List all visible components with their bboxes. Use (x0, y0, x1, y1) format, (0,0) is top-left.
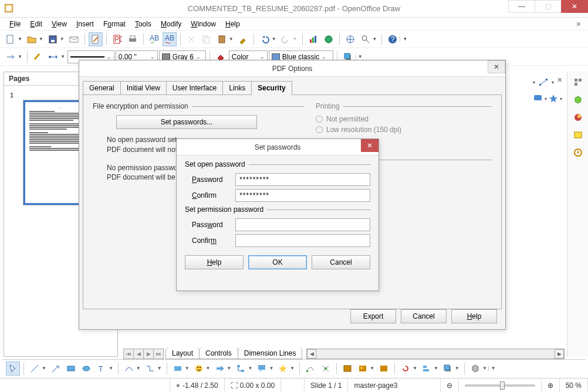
connector-tool-icon[interactable] (143, 361, 157, 376)
panel-dd-1b[interactable]: ▾ (552, 80, 554, 85)
fontwork-icon[interactable] (340, 361, 354, 376)
ellipse-tool-icon[interactable] (79, 361, 93, 376)
line-style-icon[interactable] (31, 50, 45, 64)
horizontal-scrollbar[interactable]: ◀▶ (306, 349, 565, 359)
tab-nav-prev[interactable]: ◀ (133, 349, 144, 359)
save-dropdown[interactable]: ▼ (60, 36, 66, 42)
zoom-dropdown[interactable]: ▼ (373, 36, 379, 42)
align-icon[interactable] (420, 361, 434, 376)
rotate-icon[interactable] (398, 361, 413, 376)
ex-dd[interactable]: ▼ (482, 366, 488, 371)
undo-icon[interactable] (258, 32, 272, 46)
cut-icon[interactable] (184, 32, 198, 46)
copy-icon[interactable] (200, 32, 214, 46)
tab-nav-last[interactable]: ⏭ (153, 349, 164, 359)
set-passwords-close-icon[interactable]: ✕ (361, 139, 379, 152)
open-password-input[interactable] (235, 173, 370, 186)
menu-tools[interactable]: Tools (130, 19, 156, 29)
tab-links[interactable]: Links (222, 81, 252, 95)
ff-dd[interactable]: ▼ (370, 366, 376, 371)
zoom-value[interactable]: 50 % (560, 379, 588, 392)
fc-dd[interactable]: ▼ (248, 366, 254, 371)
edit-file-icon[interactable] (89, 32, 103, 46)
connector-dd[interactable]: ▼ (157, 366, 163, 371)
tab-user-interface[interactable]: User Interface (166, 81, 223, 95)
redo-dropdown[interactable]: ▼ (293, 36, 299, 42)
print-icon[interactable] (126, 32, 140, 46)
navigator-icon[interactable] (343, 32, 357, 46)
zoom-slider[interactable] (459, 379, 542, 392)
open-confirm-input[interactable] (235, 189, 370, 202)
points-edit-icon[interactable] (303, 361, 317, 376)
symbol-shapes-icon[interactable] (192, 361, 206, 376)
new-dropdown[interactable]: ▼ (18, 36, 23, 42)
line-tool-icon[interactable] (28, 361, 42, 376)
menu-view[interactable]: View (47, 19, 72, 29)
gallery-icon[interactable] (571, 128, 585, 142)
zoom-out-button[interactable]: ⊖ (441, 379, 459, 392)
comment-icon[interactable] (533, 92, 543, 106)
rectangle-tool-icon[interactable] (64, 361, 78, 376)
toolbar2-overflow[interactable]: ▼ (355, 54, 364, 59)
insert-connector-icon[interactable] (536, 75, 550, 89)
ba-dd[interactable]: ▼ (227, 366, 233, 371)
help-icon[interactable]: ? (386, 32, 400, 46)
open-icon[interactable] (25, 32, 39, 46)
set-passwords-button[interactable]: Set passwords... (116, 115, 257, 129)
menu-edit[interactable]: Edit (25, 19, 47, 29)
select-icon[interactable] (6, 361, 20, 376)
tab-general[interactable]: General (83, 81, 121, 95)
minimize-button[interactable]: — (508, 0, 535, 13)
export-button[interactable]: Export (350, 309, 396, 323)
perm-password-input[interactable] (235, 218, 370, 231)
tab-nav-next[interactable]: ▶ (143, 349, 154, 359)
text-tool-icon[interactable]: T (94, 361, 109, 376)
tab-layout[interactable]: Layout (165, 347, 200, 359)
perm-confirm-input[interactable] (235, 234, 370, 247)
menu-help[interactable]: Help (221, 19, 245, 29)
chart-icon[interactable] (306, 32, 320, 46)
arrange-icon[interactable] (441, 361, 455, 376)
arrow-style-icon[interactable] (4, 50, 18, 64)
status-master[interactable]: master-page3 (348, 379, 440, 392)
tab-dimension-lines[interactable]: Dimension Lines (238, 347, 303, 359)
maximize-button[interactable]: ▢ (535, 0, 562, 13)
menu-format[interactable]: Format (99, 19, 130, 29)
tab-security[interactable]: Security (251, 81, 292, 95)
hyperlink-icon[interactable] (322, 32, 336, 46)
text-dd[interactable]: ▼ (109, 366, 114, 371)
new-icon[interactable] (4, 32, 18, 46)
curve-tool-icon[interactable] (122, 361, 136, 376)
arrow-style-dropdown[interactable]: ▼ (18, 54, 23, 59)
undo-dropdown[interactable]: ▼ (272, 36, 278, 42)
open-dropdown[interactable]: ▼ (39, 36, 45, 42)
zoom-icon[interactable] (359, 32, 373, 46)
block-arrows-icon[interactable] (213, 361, 227, 376)
line-dd[interactable]: ▼ (42, 366, 48, 371)
menu-insert[interactable]: Insert (72, 19, 99, 29)
setpwd-help-button[interactable]: Help (185, 255, 244, 269)
extrusion-icon[interactable] (468, 361, 482, 376)
navigator-side-icon[interactable] (571, 146, 585, 160)
ar-dd[interactable]: ▼ (455, 366, 461, 371)
toolbar-overflow[interactable]: ▼ (400, 36, 408, 42)
redo-icon[interactable] (279, 32, 293, 46)
menu-file[interactable]: File (5, 19, 25, 29)
pdf-options-close-icon[interactable]: ✕ (488, 60, 505, 73)
rot-dd[interactable]: ▼ (413, 366, 418, 371)
format-paintbrush-icon[interactable] (236, 32, 250, 46)
tab-initial-view[interactable]: Initial View (120, 81, 167, 95)
stars-icon[interactable] (276, 361, 290, 376)
setpwd-cancel-button[interactable]: Cancel (312, 255, 370, 269)
from-file-icon[interactable] (356, 361, 370, 376)
arrow-tool-icon[interactable] (49, 361, 63, 376)
document-close-icon[interactable]: × (574, 19, 583, 29)
line-end-dropdown[interactable]: ▼ (60, 54, 66, 59)
tab-controls[interactable]: Controls (199, 347, 238, 359)
pdfopts-help-button[interactable]: Help (451, 309, 497, 323)
gallery-btn-icon[interactable] (377, 361, 391, 376)
menu-window[interactable]: Window (186, 19, 221, 29)
flowchart-icon[interactable] (234, 361, 248, 376)
pdfopts-cancel-button[interactable]: Cancel (401, 309, 447, 323)
paste-icon[interactable] (215, 32, 229, 46)
